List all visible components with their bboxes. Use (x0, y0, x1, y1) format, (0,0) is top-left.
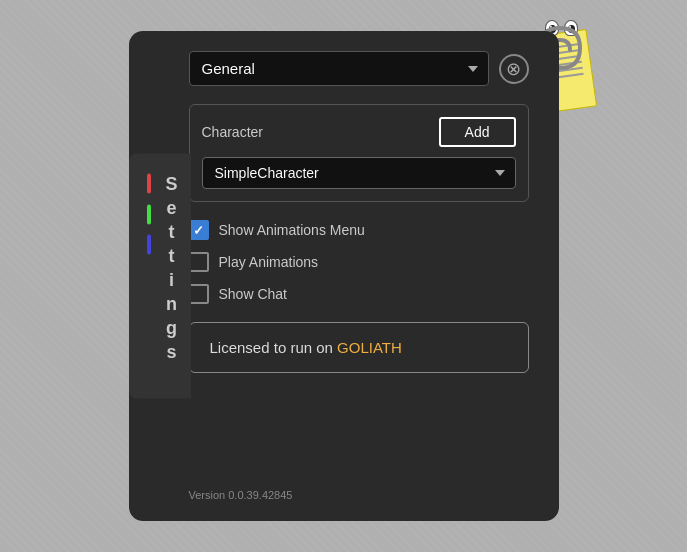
option-show-chat-label: Show Chat (219, 286, 287, 302)
license-machine: GOLIATH (337, 339, 402, 356)
add-character-button[interactable]: Add (439, 117, 516, 147)
character-section: Character Add SimpleCharacter (189, 104, 529, 202)
license-prefix: Licensed to run on (210, 339, 338, 356)
bar-blue (147, 235, 151, 255)
main-content: General ⊗ Character Add SimpleCharacter … (189, 51, 529, 501)
checkbox-show-chat[interactable] (189, 284, 209, 304)
options-section: Show Animations Menu Play Animations Sho… (189, 216, 529, 308)
top-bar: General ⊗ (189, 51, 529, 86)
settings-tab: Settings (129, 154, 191, 399)
bar-red (147, 174, 151, 194)
option-play-animations[interactable]: Play Animations (189, 252, 529, 272)
character-dropdown[interactable]: SimpleCharacter (202, 157, 516, 189)
settings-tab-label: Settings (162, 174, 182, 366)
checkbox-play-animations[interactable] (189, 252, 209, 272)
character-row: Character Add (202, 117, 516, 147)
character-label: Character (202, 124, 263, 140)
bar-green (147, 204, 151, 224)
option-show-animations[interactable]: Show Animations Menu (189, 220, 529, 240)
option-show-chat[interactable]: Show Chat (189, 284, 529, 304)
checkbox-show-animations[interactable] (189, 220, 209, 240)
version-text: Version 0.0.39.42845 (189, 469, 529, 501)
option-play-animations-label: Play Animations (219, 254, 319, 270)
option-show-animations-label: Show Animations Menu (219, 222, 365, 238)
license-box: Licensed to run on GOLIATH (189, 322, 529, 373)
close-button[interactable]: ⊗ (499, 54, 529, 84)
settings-panel: Settings General ⊗ Character Add SimpleC… (129, 31, 559, 521)
general-dropdown[interactable]: General (189, 51, 489, 86)
close-icon: ⊗ (506, 58, 521, 80)
